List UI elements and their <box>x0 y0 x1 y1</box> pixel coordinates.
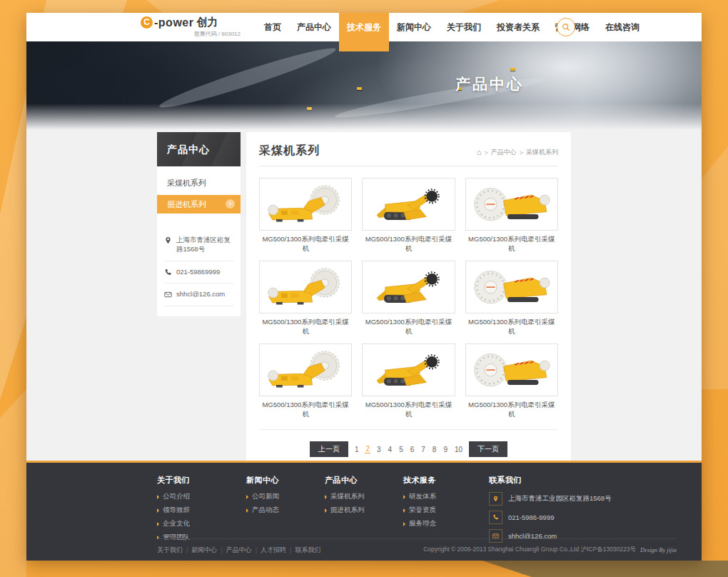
home-icon[interactable]: ⌂ <box>477 149 482 156</box>
product-name[interactable]: MG500/1300系列电牵引采煤机 <box>465 318 558 336</box>
contact-text: 021-5986-9999 <box>508 513 554 521</box>
product-name[interactable]: MG500/1300系列电牵引采煤机 <box>362 235 455 254</box>
site-header: C -power 创力 股票代码 / 603012 首页产品中心技术服务新闻中心… <box>26 13 702 41</box>
footer-bottom-link[interactable]: 人才招聘 <box>261 546 286 555</box>
footer-bottom-link[interactable]: 关于我们 <box>157 546 183 555</box>
breadcrumb: ⌂>产品中心>采煤机系列 <box>477 148 558 159</box>
footer-column-title: 产品中心 <box>325 475 403 486</box>
product-image-shearer <box>263 264 348 311</box>
product-image-roadheader <box>366 181 450 228</box>
page-number[interactable]: 4 <box>388 446 393 453</box>
product-card[interactable]: MG500/1300系列电牵引采煤机 <box>259 261 352 336</box>
footer-link[interactable]: 采煤机系列 <box>325 492 403 501</box>
content-area: 产品中心 采煤机系列掘进机系列› 上海市青浦区崧复路1568号021-59869… <box>26 132 702 461</box>
product-card[interactable]: MG500/1300系列电牵引采煤机 <box>362 178 455 254</box>
sidebar-contact-item: shhcl@126.com <box>164 284 233 306</box>
product-name[interactable]: MG500/1300系列电牵引采煤机 <box>259 318 352 336</box>
product-card[interactable]: MG500/1300系列电牵引采煤机 <box>362 261 455 336</box>
product-image[interactable] <box>362 178 455 231</box>
page-background: C -power 创力 股票代码 / 603012 首页产品中心技术服务新闻中心… <box>0 0 728 577</box>
breadcrumb-item[interactable]: 产品中心 <box>491 148 517 157</box>
sidebar-menu-item[interactable]: 掘进机系列› <box>157 195 241 214</box>
footer-link[interactable]: 公司介绍 <box>157 492 246 501</box>
footer-column: 产品中心采煤机系列掘进机系列 <box>325 475 403 548</box>
banner-truck <box>510 68 515 71</box>
page-number[interactable]: 9 <box>443 446 448 453</box>
page-number[interactable]: 2 <box>365 445 370 453</box>
page-number[interactable]: 5 <box>398 446 404 453</box>
page-number[interactable]: 7 <box>420 446 426 453</box>
product-image[interactable] <box>259 343 352 396</box>
product-name[interactable]: MG500/1300系列电牵引采煤机 <box>362 401 455 419</box>
location-pin-icon <box>164 236 172 244</box>
copyright: Copyright © 2006-2013 Shanghai Chuangli … <box>423 546 677 554</box>
footer-bottom-link[interactable]: 新闻中心 <box>191 546 217 555</box>
product-image-disc-loader <box>470 346 554 393</box>
footer-link[interactable]: 公司新闻 <box>246 492 325 501</box>
product-image-disc-loader <box>470 181 554 228</box>
nav-item[interactable]: 在线咨询 <box>597 13 647 41</box>
footer-link[interactable]: 研发体系 <box>403 492 489 501</box>
sidebar-contact-item: 上海市青浦区崧复路1568号 <box>164 229 233 261</box>
footer-contact-item: 021-5986-9999 <box>489 511 612 524</box>
footer-columns: 关于我们公司介绍领导致辞企业文化管理团队新闻中心公司新闻产品动态产品中心采煤机系… <box>26 463 702 548</box>
contact-text: 上海市青浦工业园区崧复路1568号 <box>508 494 612 503</box>
search-icon <box>562 23 570 31</box>
brand-logo[interactable]: C -power 创力 股票代码 / 603012 <box>141 16 241 38</box>
nav-item[interactable]: 首页 <box>256 13 289 41</box>
product-image[interactable] <box>465 178 558 231</box>
nav-item[interactable]: 新闻中心 <box>389 13 439 41</box>
product-name[interactable]: MG500/1300系列电牵引采煤机 <box>465 235 558 254</box>
footer-column-title: 联系我们 <box>489 475 612 486</box>
brand-wordmark: -power <box>154 16 193 29</box>
page-number[interactable]: 8 <box>432 446 438 453</box>
footer-column: 关于我们公司介绍领导致辞企业文化管理团队 <box>157 475 246 548</box>
product-image[interactable] <box>259 178 352 231</box>
product-card[interactable]: MG500/1300系列电牵引采煤机 <box>465 343 558 419</box>
footer-bottom-links: 关于我们|新闻中心|产品中心|人才招聘|联系我们 <box>157 546 320 555</box>
nav-item[interactable]: 技术服务 <box>339 13 389 51</box>
product-name[interactable]: MG500/1300系列电牵引采煤机 <box>362 318 455 336</box>
product-image[interactable] <box>465 343 558 396</box>
next-page-button[interactable]: 下一页 <box>469 441 507 457</box>
prev-page-button[interactable]: 上一页 <box>310 441 348 457</box>
product-image[interactable] <box>259 261 352 313</box>
footer-link[interactable]: 企业文化 <box>157 519 246 528</box>
page-number[interactable]: 10 <box>454 446 463 453</box>
product-card[interactable]: MG500/1300系列电牵引采煤机 <box>259 343 352 419</box>
product-image[interactable] <box>362 343 455 396</box>
contact-text: 021-59869999 <box>176 268 220 277</box>
page-number[interactable]: 1 <box>354 446 360 453</box>
product-image[interactable] <box>465 261 558 313</box>
product-card[interactable]: MG500/1300系列电牵引采煤机 <box>362 343 455 419</box>
page-number[interactable]: 6 <box>410 446 415 453</box>
search-button[interactable] <box>557 18 575 36</box>
product-name[interactable]: MG500/1300系列电牵引采煤机 <box>465 401 558 419</box>
footer-link[interactable]: 掘进机系列 <box>325 506 403 515</box>
envelope-icon <box>164 291 172 298</box>
product-name[interactable]: MG500/1300系列电牵引采煤机 <box>259 401 352 419</box>
nav-item[interactable]: 关于我们 <box>439 13 489 41</box>
design-credit: Design By jijia <box>640 546 677 553</box>
footer-column: 新闻中心公司新闻产品动态 <box>246 475 325 548</box>
banner-title: 产品中心 <box>455 74 524 94</box>
product-name[interactable]: MG500/1300系列电牵引采煤机 <box>259 235 352 254</box>
footer-link[interactable]: 服务理念 <box>403 519 489 528</box>
page-number[interactable]: 3 <box>376 446 382 453</box>
footer-bottom-link[interactable]: 产品中心 <box>226 546 252 555</box>
link-separator: | <box>186 546 188 553</box>
phone-icon <box>492 514 499 521</box>
footer-bottom-link[interactable]: 联系我们 <box>295 546 320 555</box>
sidebar-menu-item[interactable]: 采煤机系列 <box>157 174 241 192</box>
nav-item[interactable]: 产品中心 <box>289 13 339 41</box>
nav-item[interactable]: 投资者关系 <box>489 13 547 41</box>
product-image-roadheader <box>366 346 450 393</box>
product-card[interactable]: MG500/1300系列电牵引采煤机 <box>259 178 352 254</box>
footer-link[interactable]: 领导致辞 <box>157 506 246 515</box>
footer-link[interactable]: 产品动态 <box>246 506 325 515</box>
product-image[interactable] <box>362 261 455 313</box>
footer-link[interactable]: 荣誉资质 <box>403 506 489 515</box>
product-card[interactable]: MG500/1300系列电牵引采煤机 <box>465 261 558 336</box>
product-card[interactable]: MG500/1300系列电牵引采煤机 <box>465 178 558 254</box>
link-separator: | <box>256 546 257 553</box>
